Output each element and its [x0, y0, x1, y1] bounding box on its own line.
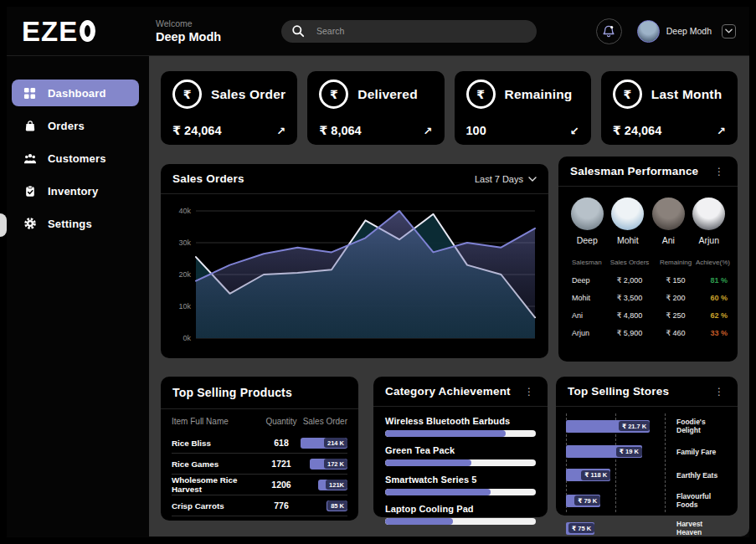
sidebar-item-dashboard[interactable]: Dashboard [12, 80, 139, 106]
shopping-bag-icon [23, 120, 37, 132]
profile-name: Deep Modh [666, 26, 712, 36]
progress-fill [385, 489, 491, 495]
chart-title: Sales Orders [172, 172, 244, 185]
chart-range-select[interactable]: Last 7 Days [475, 174, 537, 184]
rupee-icon: ₹ [466, 80, 496, 109]
sidebar-collapse-handle[interactable] [0, 213, 7, 237]
bar-row: ₹ 118 K Earthly Eats [566, 469, 728, 481]
notification-bell-button[interactable] [596, 18, 622, 44]
stat-card-sales-order: ₹ Sales Order ₹ 24,064 ↗ [161, 71, 297, 145]
store-bar: ₹ 79 K [566, 495, 600, 507]
salesman-performance-card: Salesman Performance ⋮ Deep Mohit [558, 157, 738, 362]
sales-orders-area-chart: 0k10k20k30k40k [167, 198, 542, 353]
store-bar: ₹ 21.7 K [566, 420, 650, 433]
achieve-percent: 33 % [696, 329, 728, 337]
category-progress-list: Wireless Bluetooth Earbuds Green Tea Pac… [373, 407, 548, 525]
progress-track [385, 430, 536, 437]
app-logo: EZE [7, 18, 149, 45]
progress-track [385, 459, 536, 466]
logo-text: EZE [22, 18, 78, 45]
table-row: Rice Games 1721 172 K [172, 454, 347, 475]
svg-text:10k: 10k [178, 302, 191, 310]
dashboard-content: ₹ Sales Order ₹ 24,064 ↗ ₹ Delivered ₹ 8… [149, 56, 749, 536]
stat-value: ₹ 24,064 [172, 124, 221, 137]
top-selling-stores-card: Top Selling Stores ⋮ ₹ 21.7 K Foodi [556, 377, 738, 516]
sales-bar-badge: 172 K [310, 459, 347, 470]
kebab-menu-icon[interactable]: ⋮ [522, 386, 536, 398]
sidebar-item-inventory[interactable]: Inventory [12, 177, 139, 204]
topbar: EZE Welcome Deep Modh Deep Modh [7, 7, 749, 56]
table-row: Rice Bliss 618 214 K [172, 433, 347, 454]
rupee-icon: ₹ [172, 80, 202, 109]
trend-down-arrow-icon[interactable]: ↙ [570, 125, 579, 137]
list-item: Wireless Bluetooth Earbuds [385, 416, 536, 437]
store-bar: ₹ 19 K [566, 445, 642, 458]
sidebar-item-settings[interactable]: Settings [12, 210, 139, 237]
stat-value: ₹ 24,064 [613, 124, 661, 137]
svg-text:0k: 0k [183, 334, 191, 342]
salesman-table: Salesman Sales Orders Remaining Achieve(… [558, 249, 738, 341]
welcome-block: Welcome Deep Modh [149, 18, 251, 44]
inventory-clipboard-icon [23, 185, 37, 198]
welcome-label: Welcome [156, 18, 251, 28]
stat-card-last-month: ₹ Last Month ₹ 24,064 ↗ [601, 71, 738, 145]
trend-up-arrow-icon[interactable]: ↗ [717, 125, 726, 137]
search-bar[interactable] [281, 20, 537, 43]
bar-row: ₹ 79 K Flavourful Foods [566, 492, 728, 509]
stat-card-remaining: ₹ Remaining 100 ↙ [455, 71, 591, 145]
app-window: EZE Welcome Deep Modh Deep Modh [7, 7, 749, 537]
stat-value: ₹ 8,064 [319, 124, 361, 137]
achieve-percent: 81 % [696, 276, 728, 285]
salesman-avatar-cell: Deep [567, 198, 608, 245]
list-item: Smartwatch Series 5 [385, 475, 536, 495]
trend-up-arrow-icon[interactable]: ↗ [424, 125, 433, 137]
logo-o-ring [80, 20, 95, 42]
store-bar: ₹ 118 K [566, 469, 610, 481]
sidebar-item-label: Customers [48, 152, 106, 165]
kebab-menu-icon[interactable]: ⋮ [712, 166, 726, 177]
avatar [571, 198, 604, 230]
chevron-down-icon [528, 177, 537, 182]
table-row: Deep ₹ 2,000 ₹ 150 81 % [568, 271, 728, 289]
search-input[interactable] [316, 26, 501, 36]
sidebar-item-customers[interactable]: Customers [12, 145, 139, 172]
sales-bar-badge: 85 K [327, 500, 347, 511]
stats-row: ₹ Sales Order ₹ 24,064 ↗ ₹ Delivered ₹ 8… [161, 71, 738, 145]
salesman-name: Arjun [689, 235, 730, 245]
user-avatar[interactable] [637, 20, 660, 43]
stat-title: Sales Order [211, 87, 285, 102]
salesman-name: Deep [567, 235, 608, 245]
svg-text:20k: 20k [178, 270, 191, 279]
range-label: Last 7 Days [475, 174, 523, 184]
avatar [692, 198, 725, 230]
rupee-icon: ₹ [319, 80, 348, 109]
table-header-row: Item Full Name Quantity Sales Order [172, 409, 347, 433]
profile-dropdown-button[interactable] [722, 24, 736, 38]
welcome-user-name: Deep Modh [156, 30, 251, 44]
gear-icon [23, 217, 37, 230]
store-bar: ₹ 75 K [566, 522, 594, 535]
card-title: Salesman Performance [570, 165, 698, 177]
sidebar-item-orders[interactable]: Orders [12, 112, 139, 139]
salesman-avatars: Deep Mohit Ani Arjun [558, 187, 738, 249]
bar-row: ₹ 21.7 K Foodie's Delight [566, 418, 728, 434]
kebab-menu-icon[interactable]: ⋮ [712, 386, 726, 398]
trend-up-arrow-icon[interactable]: ↗ [276, 125, 285, 137]
stat-title: Last Month [651, 87, 723, 102]
card-title: Top Selling Products [172, 386, 292, 399]
sales-orders-chart-card: Sales Orders Last 7 Days 0k10k20k30k40k [161, 164, 548, 358]
stores-bar-chart: ₹ 21.7 K Foodie's Delight ₹ 19 K Family … [556, 407, 738, 536]
avatar [611, 198, 644, 230]
svg-text:30k: 30k [178, 239, 191, 247]
sidebar-item-label: Dashboard [48, 87, 106, 100]
progress-fill [385, 518, 453, 525]
table-header-row: Salesman Sales Orders Remaining Achieve(… [568, 254, 728, 271]
list-item: Laptop Cooling Pad [385, 504, 536, 525]
svg-text:40k: 40k [178, 207, 191, 215]
bell-icon [602, 24, 615, 38]
salesman-avatar-cell: Ani [648, 198, 689, 245]
bar-row: ₹ 75 K Harvest Heaven [566, 520, 728, 536]
sidebar: Dashboard Orders Customers Inventory [7, 56, 149, 536]
rupee-icon: ₹ [613, 80, 642, 109]
stat-title: Delivered [357, 87, 418, 102]
